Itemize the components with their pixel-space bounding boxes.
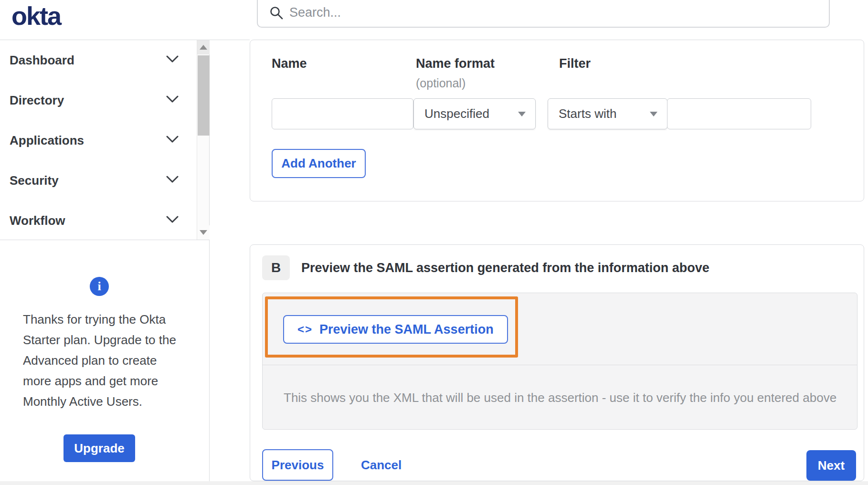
sidebar-item-label: Security <box>10 173 166 188</box>
sidebar-item-label: Workflow <box>10 213 166 228</box>
search-icon <box>269 6 284 22</box>
dropdown-caret-icon <box>518 112 526 116</box>
name-format-column-label: Name format <box>416 56 495 71</box>
preview-box: <> Preview the SAML Assertion This shows… <box>262 293 857 430</box>
chevron-down-icon <box>166 95 179 105</box>
name-column-label: Name <box>272 56 307 71</box>
filter-column-label: Filter <box>559 56 591 71</box>
name-format-selected-value: Unspecified <box>424 106 518 121</box>
filter-value-input[interactable] <box>667 98 811 129</box>
filter-type-selected-value: Starts with <box>559 106 650 121</box>
add-another-button[interactable]: Add Another <box>272 149 366 178</box>
chevron-down-icon <box>166 136 179 145</box>
chevron-down-icon <box>166 216 179 225</box>
sidebar-item-label: Dashboard <box>10 53 166 68</box>
preview-box-footer: This shows you the XML that will be used… <box>263 365 857 430</box>
cancel-button[interactable]: Cancel <box>356 449 406 481</box>
sidebar-item-label: Applications <box>10 133 166 148</box>
sidebar-item-dashboard[interactable]: Dashboard <box>0 40 209 80</box>
preview-box-top: <> Preview the SAML Assertion <box>263 293 857 365</box>
preview-saml-assertion-button[interactable]: <> Preview the SAML Assertion <box>283 315 508 344</box>
chevron-down-icon <box>166 176 179 185</box>
name-format-dropdown[interactable]: Unspecified <box>413 98 536 129</box>
code-brackets-icon: <> <box>297 323 313 336</box>
info-glyph: i <box>97 279 101 294</box>
global-search[interactable] <box>257 0 830 28</box>
okta-admin-screen: okta Dashboard Directory Applications Se… <box>0 0 868 485</box>
scroll-up-icon[interactable] <box>197 40 210 54</box>
upsell-message: Thanks for trying the Okta Starter plan.… <box>23 309 180 412</box>
upgrade-button[interactable]: Upgrade <box>64 434 135 462</box>
preview-saml-panel: B Preview the SAML assertion generated f… <box>250 244 864 481</box>
filter-type-dropdown[interactable]: Starts with <box>548 98 667 129</box>
search-input[interactable] <box>289 3 819 22</box>
dropdown-caret-icon <box>650 112 657 116</box>
sidebar-item-label: Directory <box>10 93 166 108</box>
sidebar-item-security[interactable]: Security <box>0 160 209 200</box>
preview-button-label: Preview the SAML Assertion <box>319 322 494 337</box>
preview-section-heading: Preview the SAML assertion generated fro… <box>301 255 709 280</box>
name-format-optional-hint: (optional) <box>416 76 466 90</box>
attribute-name-input[interactable] <box>272 98 413 129</box>
next-button[interactable]: Next <box>806 450 856 481</box>
sidebar-scrollbar[interactable] <box>197 40 209 240</box>
info-icon: i <box>90 277 109 296</box>
sidebar-item-workflow[interactable]: Workflow <box>0 200 209 241</box>
sidebar-nav: Dashboard Directory Applications Securit… <box>0 40 209 240</box>
scrollbar-thumb[interactable] <box>198 55 210 136</box>
attribute-statements-panel: Name Name format (optional) Filter Unspe… <box>250 40 864 201</box>
previous-button[interactable]: Previous <box>262 449 333 481</box>
step-b-badge: B <box>262 255 290 280</box>
sidebar-item-directory[interactable]: Directory <box>0 80 209 120</box>
okta-logo: okta <box>11 1 61 31</box>
chevron-down-icon <box>166 55 179 65</box>
preview-helper-text: This shows you the XML that will be used… <box>284 390 836 405</box>
scroll-down-icon[interactable] <box>197 225 210 240</box>
sidebar-item-applications[interactable]: Applications <box>0 120 209 160</box>
viewport-bottom-edge <box>0 481 868 485</box>
